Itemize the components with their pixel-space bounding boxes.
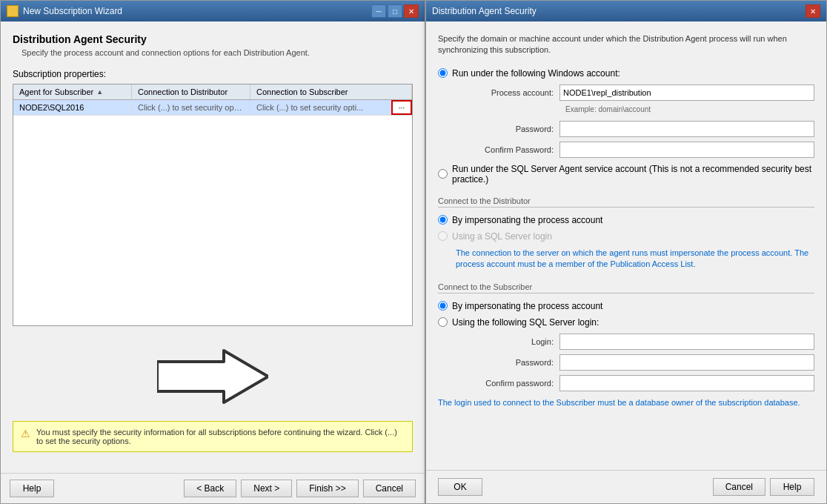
wizard-icon	[7, 5, 19, 17]
table-row[interactable]: NODE2\SQL2016 Click (...) to set securit…	[13, 100, 412, 116]
left-heading: Distribution Agent Security	[13, 33, 413, 45]
help-button[interactable]: Help	[10, 480, 54, 497]
table-header: Agent for Subscriber ▲ Connection to Dis…	[13, 84, 412, 100]
distributor-info-text: The connection to the server on which th…	[456, 248, 814, 271]
next-button[interactable]: Next >	[241, 480, 292, 497]
close-button-left[interactable]: ✕	[404, 4, 419, 18]
warning-icon: ⚠	[21, 428, 30, 445]
left-title-bar: New Subscription Wizard ─ □ ✕	[1, 1, 425, 21]
process-account-form: Process account: Example: domain\account…	[456, 84, 814, 158]
td-distributor: Click (...) to set security opti...	[132, 100, 250, 115]
help-button-right[interactable]: Help	[770, 478, 814, 496]
subscription-props-label: Subscription properties:	[13, 69, 413, 79]
warning-text: You must specify the security informatio…	[36, 428, 405, 445]
impersonate-distributor-label: By impersonating the process account	[452, 215, 602, 225]
process-account-hint: Example: domain\account	[565, 105, 814, 113]
subscriber-password-label: Password:	[456, 358, 559, 367]
cancel-button-right[interactable]: Cancel	[713, 478, 765, 496]
sql-agent-label: Run under the SQL Server Agent service a…	[452, 164, 814, 185]
subscription-table: Agent for Subscriber ▲ Connection to Dis…	[13, 84, 413, 326]
cancel-button-left[interactable]: Cancel	[363, 480, 416, 497]
subscriber-bottom-text: The login used to connect to the Subscri…	[438, 397, 814, 408]
left-window-title: New Subscription Wizard	[23, 6, 122, 16]
subscriber-login-form: Login: Password: Confirm password:	[456, 334, 814, 391]
subscriber-password-row: Password:	[456, 354, 814, 371]
windows-account-section: Run under the following Windows account:…	[438, 68, 814, 185]
description-text: Specify the domain or machine account un…	[438, 33, 814, 56]
impersonate-subscriber-label: By impersonating the process account	[452, 301, 602, 311]
th-subscriber: Connection to Subscriber	[250, 84, 412, 99]
subscriber-password-input[interactable]	[559, 354, 814, 371]
ok-button[interactable]: OK	[438, 478, 482, 496]
sql-login-distributor-option[interactable]: Using a SQL Server login	[438, 231, 814, 242]
confirm-password-input[interactable]	[559, 142, 814, 158]
confirm-password-row: Confirm Password:	[456, 142, 814, 158]
close-button-right[interactable]: ✕	[806, 4, 820, 18]
login-label: Login:	[456, 337, 559, 346]
right-content: Specify the domain or machine account un…	[426, 21, 826, 470]
connect-subscriber-label: Connect to the Subscriber	[438, 282, 814, 294]
th-distributor: Connection to Distributor	[132, 84, 250, 99]
right-title-bar: Distribution Agent Security ✕	[426, 1, 826, 21]
right-buttons: OK Cancel Help	[426, 470, 826, 503]
left-panel: New Subscription Wizard ─ □ ✕ Distributi…	[0, 0, 425, 504]
sql-login-subscriber-radio[interactable]	[438, 317, 448, 327]
process-account-label: Process account:	[456, 88, 559, 97]
warning-box: ⚠ You must specify the security informat…	[13, 421, 413, 452]
maximize-button[interactable]: □	[388, 4, 402, 18]
impersonate-distributor-radio[interactable]	[438, 215, 448, 225]
sort-arrow-icon: ▲	[96, 88, 103, 96]
login-row: Login:	[456, 334, 814, 350]
connect-subscriber-section: Connect to the Subscriber By impersonati…	[438, 282, 814, 408]
back-button[interactable]: < Back	[184, 480, 236, 497]
right-panel: Distribution Agent Security ✕ Specify th…	[425, 0, 827, 504]
subscriber-confirm-row: Confirm password:	[456, 375, 814, 391]
left-panel-content: Distribution Agent Security Specify the …	[1, 21, 425, 473]
password-label: Password:	[456, 125, 559, 133]
impersonate-subscriber-option[interactable]: By impersonating the process account	[438, 301, 814, 311]
windows-account-radio-option[interactable]: Run under the following Windows account:	[438, 68, 814, 79]
finish-button[interactable]: Finish >>	[296, 480, 358, 497]
login-input[interactable]	[559, 334, 814, 350]
connect-distributor-label: Connect to the Distributor	[438, 196, 814, 208]
sql-login-subscriber-label: Using the following SQL Server login:	[452, 317, 599, 328]
arrow-indicator	[13, 347, 413, 406]
right-window-title: Distribution Agent Security	[432, 6, 537, 16]
td-subscriber: Click (...) to set security opti...	[250, 100, 391, 115]
sql-login-subscriber-option[interactable]: Using the following SQL Server login:	[438, 317, 814, 328]
impersonate-distributor-option[interactable]: By impersonating the process account	[438, 215, 814, 225]
subscriber-confirm-input[interactable]	[559, 375, 814, 391]
security-options-button[interactable]: ···	[391, 100, 412, 115]
windows-account-radio[interactable]	[438, 68, 448, 78]
wizard-buttons: Help < Back Next > Finish >> Cancel	[1, 473, 425, 503]
left-subheading: Specify the process account and connecti…	[13, 48, 413, 57]
sql-agent-radio-option[interactable]: Run under the SQL Server Agent service a…	[438, 164, 814, 185]
impersonate-subscriber-radio[interactable]	[438, 301, 448, 311]
password-row: Password:	[456, 121, 814, 137]
th-agent: Agent for Subscriber ▲	[13, 84, 132, 99]
sql-login-distributor-radio[interactable]	[438, 231, 448, 241]
windows-account-label: Run under the following Windows account:	[452, 68, 620, 79]
right-arrow-svg	[157, 347, 268, 406]
subscriber-confirm-label: Confirm password:	[456, 379, 559, 388]
sql-login-distributor-label: Using a SQL Server login	[452, 231, 552, 242]
process-account-row: Process account:	[456, 84, 814, 101]
ellipsis-icon: ···	[399, 104, 405, 112]
connect-distributor-section: Connect to the Distributor By impersonat…	[438, 196, 814, 271]
td-agent: NODE2\SQL2016	[13, 100, 132, 115]
svg-marker-0	[157, 351, 268, 402]
minimize-button[interactable]: ─	[371, 4, 386, 18]
password-input[interactable]	[559, 121, 814, 137]
confirm-password-label: Confirm Password:	[456, 145, 559, 154]
sql-agent-radio[interactable]	[438, 169, 448, 179]
process-account-input[interactable]	[559, 84, 814, 101]
